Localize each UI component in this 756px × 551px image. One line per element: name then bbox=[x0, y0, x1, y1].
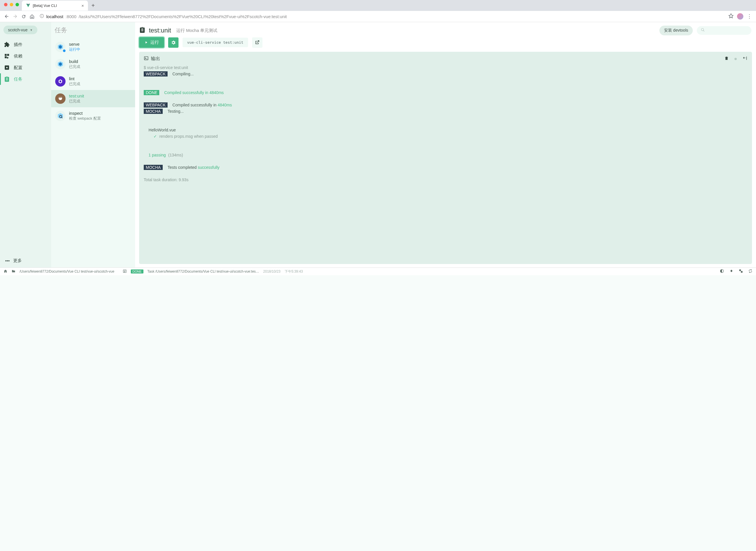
page-title: 任务 bbox=[55, 26, 67, 34]
address-bar: localhost:8000/tasks/%2FUsers%2Ffeiwen87… bbox=[0, 11, 756, 22]
webpack-icon bbox=[55, 42, 66, 52]
new-tab-button[interactable]: + bbox=[91, 2, 95, 9]
dark-mode-icon[interactable] bbox=[720, 269, 724, 274]
sidebar-item-plugins[interactable]: 插件 bbox=[0, 39, 51, 50]
task-item-lint[interactable]: lint 已完成 bbox=[51, 73, 135, 90]
sidebar-label: 插件 bbox=[14, 42, 22, 47]
close-tab-icon[interactable]: × bbox=[81, 3, 84, 8]
output-title: 输出 bbox=[151, 56, 160, 62]
puzzle-icon bbox=[4, 42, 10, 47]
running-indicator bbox=[63, 49, 66, 52]
more-label: 更多 bbox=[13, 258, 22, 263]
inspect-icon bbox=[55, 111, 66, 121]
clear-output-button[interactable] bbox=[724, 56, 729, 62]
url-path: /tasks/%2FUsers%2Ffeiwen8772%2FDocuments… bbox=[79, 14, 287, 19]
status-time: 下午5:39:43 bbox=[285, 269, 303, 274]
bookmark-star-icon[interactable] bbox=[728, 13, 734, 20]
back-button[interactable] bbox=[4, 14, 9, 19]
project-selector[interactable]: scotch-vue ▼ bbox=[3, 26, 37, 34]
task-name: lint bbox=[69, 76, 80, 81]
home-button[interactable] bbox=[30, 14, 34, 19]
search-icon bbox=[701, 28, 705, 33]
browser-chrome: [Beta] Vue CLI × + localhost:8000/tasks/… bbox=[0, 0, 756, 22]
reload-button[interactable] bbox=[21, 14, 26, 19]
task-title: test:unit bbox=[149, 27, 171, 34]
url-host: localhost bbox=[46, 14, 63, 19]
task-item-serve[interactable]: serve 运行中 bbox=[51, 38, 135, 55]
forward-button[interactable] bbox=[13, 14, 18, 19]
minimize-window[interactable] bbox=[10, 3, 13, 6]
settings-app-icon bbox=[4, 65, 10, 70]
site-info-icon[interactable] bbox=[40, 14, 44, 19]
url-field[interactable]: localhost:8000/tasks/%2FUsers%2Ffeiwen87… bbox=[38, 13, 725, 20]
install-devtools-button[interactable]: 安装 devtools bbox=[659, 26, 693, 35]
status-date: 2018/10/23 bbox=[263, 269, 281, 273]
translate-icon[interactable] bbox=[739, 269, 743, 274]
scroll-bottom-button[interactable] bbox=[742, 56, 747, 62]
browser-tab[interactable]: [Beta] Vue CLI × bbox=[22, 1, 88, 11]
url-port: :8000 bbox=[66, 14, 76, 19]
chevron-down-icon: ▼ bbox=[30, 28, 33, 32]
play-icon bbox=[144, 41, 148, 44]
browser-menu-icon[interactable]: ⋮ bbox=[747, 13, 752, 20]
sidebar-item-deps[interactable]: 依赖 bbox=[0, 50, 51, 62]
log-icon[interactable] bbox=[123, 269, 127, 274]
task-detail: test:unit 运行 Mocha 单元测试 运行 vue-cli-servi… bbox=[135, 22, 756, 267]
search-input[interactable] bbox=[697, 26, 751, 35]
clipboard-icon bbox=[139, 27, 145, 34]
command-text: vue-cli-service test:unit bbox=[183, 38, 248, 47]
gear-icon bbox=[171, 40, 176, 45]
svg-point-1 bbox=[701, 28, 704, 31]
sidebar-label: 任务 bbox=[14, 76, 22, 82]
open-external-icon bbox=[255, 40, 260, 45]
run-label: 运行 bbox=[150, 40, 159, 45]
profile-avatar[interactable] bbox=[737, 13, 743, 20]
task-description: 运行 Mocha 单元测试 bbox=[176, 28, 217, 33]
status-bar: /Users/feiwen8772/Documents/Vue CLI test… bbox=[0, 267, 756, 275]
task-name: serve bbox=[69, 42, 80, 47]
sidebar-label: 依赖 bbox=[14, 53, 22, 59]
sidebar: scotch-vue ▼ 插件 依赖 配置 任务 ••• 更多 bbox=[0, 22, 51, 267]
terminal-output[interactable]: $ vue-cli-service test:unit WEBPACK Comp… bbox=[144, 65, 747, 183]
webpack-icon bbox=[55, 59, 66, 69]
bug-icon[interactable] bbox=[729, 269, 734, 274]
status-task-msg: Task /Users/feiwen8772/Documents/Vue CLI… bbox=[147, 269, 259, 273]
window-controls bbox=[0, 0, 23, 9]
sidebar-more[interactable]: ••• 更多 bbox=[0, 254, 51, 267]
header-right: 安装 devtools bbox=[659, 26, 751, 35]
run-button[interactable]: 运行 bbox=[139, 37, 164, 48]
home-icon[interactable] bbox=[3, 269, 7, 274]
svg-text:mocha: mocha bbox=[59, 96, 62, 98]
open-external-button[interactable] bbox=[252, 37, 262, 48]
clipboard-icon bbox=[4, 76, 10, 82]
sidebar-item-tasks[interactable]: 任务 bbox=[0, 73, 51, 85]
task-item-build[interactable]: build 已完成 bbox=[51, 55, 135, 73]
sidebar-item-config[interactable]: 配置 bbox=[0, 62, 51, 73]
task-item-test-unit[interactable]: mocha test:unit 已完成 bbox=[51, 90, 135, 107]
output-status-dot bbox=[734, 58, 737, 60]
task-name: test:unit bbox=[69, 93, 84, 98]
status-done-badge: DONE bbox=[131, 269, 143, 273]
task-item-inspect[interactable]: inspect 检查 webpack 配置 bbox=[51, 107, 135, 124]
task-status: 检查 webpack 配置 bbox=[69, 116, 101, 121]
terminal-icon bbox=[144, 56, 149, 62]
settings-button[interactable] bbox=[168, 37, 179, 48]
task-name: inspect bbox=[69, 111, 101, 116]
dots-icon: ••• bbox=[5, 258, 10, 263]
widgets-icon bbox=[4, 53, 10, 59]
maximize-window[interactable] bbox=[16, 3, 19, 6]
project-name: scotch-vue bbox=[8, 28, 28, 32]
task-status: 已完成 bbox=[69, 64, 80, 69]
svg-rect-6 bbox=[144, 57, 148, 60]
tab-title: [Beta] Vue CLI bbox=[33, 3, 57, 8]
output-panel: 输出 $ vue-cli-service test:unit WEBPACK C… bbox=[139, 52, 752, 264]
tab-bar: [Beta] Vue CLI × + bbox=[0, 0, 756, 11]
folder-icon[interactable] bbox=[11, 269, 16, 274]
task-status: 运行中 bbox=[69, 47, 80, 52]
task-name: build bbox=[69, 59, 80, 64]
refresh-icon[interactable] bbox=[748, 269, 753, 274]
eslint-icon bbox=[55, 76, 66, 87]
close-window[interactable] bbox=[4, 3, 7, 6]
project-path: /Users/feiwen8772/Documents/Vue CLI test… bbox=[20, 269, 114, 273]
task-status: 已完成 bbox=[69, 81, 80, 87]
